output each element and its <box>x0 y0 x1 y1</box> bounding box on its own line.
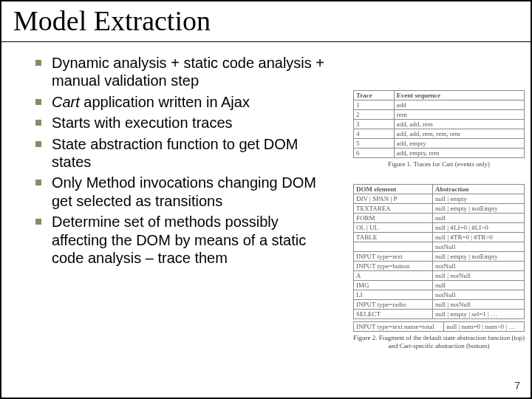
table-row: INPUT type=buttonnotNull <box>354 262 525 271</box>
table-row: Anull | notNull <box>354 271 525 281</box>
body: Dynamic analysis + static code analysis … <box>1 42 335 267</box>
td: null <box>433 281 525 290</box>
table-row: TABLEnull | #TR=0 | #TR>0 <box>354 233 525 242</box>
abstraction-block: DOM element Abstraction DIV | SPAN | Pnu… <box>353 184 525 349</box>
td: notNull <box>433 242 525 252</box>
table-row: 1add <box>354 100 525 110</box>
td: null | empty | sel=1 | … <box>433 310 525 319</box>
list-item: Dynamic analysis + static code analysis … <box>31 54 335 90</box>
td: FORM <box>354 214 433 223</box>
td: 2 <box>354 110 395 120</box>
page-number: 7 <box>514 380 520 392</box>
td: null <box>433 214 525 223</box>
td: TEXTAREA <box>354 204 433 214</box>
list-item: Starts with execution traces <box>31 114 335 132</box>
td: add, add, rem <box>394 120 524 129</box>
td: null | notNull <box>433 300 525 310</box>
th: DOM element <box>354 185 433 194</box>
table-row: Trace Event sequence <box>354 91 525 100</box>
title-wrap: Model Extraction <box>1 1 531 42</box>
td: LI <box>354 290 433 300</box>
figure-caption-1: Figure 1. Traces for Cart (events only) <box>353 160 525 168</box>
bullet-list: Dynamic analysis + static code analysis … <box>31 54 335 267</box>
table-row: DIV | SPAN | Pnull | empty <box>354 194 525 204</box>
td: null | empty <box>433 194 525 204</box>
bullet-text: Dynamic analysis + static code analysis … <box>52 55 324 89</box>
table-row: notNull <box>354 242 525 252</box>
table-row: INPUT type=text name=totalnull | num=0 |… <box>354 322 525 332</box>
td: 3 <box>354 120 395 129</box>
table-row: 5add, empty <box>354 139 525 149</box>
list-item: State abstraction function to get DOM st… <box>31 135 335 171</box>
td: add, empty <box>394 139 524 149</box>
td: null | num=0 | num>0 | … <box>444 322 525 332</box>
bullet-text: Starts with execution traces <box>52 115 233 131</box>
td: SELECT <box>354 310 433 319</box>
bullet-text: Determine set of methods possibly affect… <box>52 214 306 266</box>
td: notNull <box>433 262 525 271</box>
bullet-text: State abstraction function to get DOM st… <box>52 136 299 170</box>
traces-table: Trace Event sequence 1add 2rem 3add, add… <box>353 90 525 158</box>
th: Event sequence <box>394 91 524 100</box>
table-row: FORMnull <box>354 214 525 223</box>
table-row: INPUT type=textnull | empty | notEmpty <box>354 252 525 262</box>
td: notNull <box>433 290 525 300</box>
abstraction-table-bottom: INPUT type=text name=totalnull | num=0 |… <box>353 321 525 332</box>
td: INPUT type=text <box>354 252 433 262</box>
td <box>354 242 433 252</box>
list-item: Cart application written in Ajax <box>31 93 335 111</box>
td: add, empty, rem <box>394 149 524 158</box>
td: 5 <box>354 139 395 149</box>
td: INPUT type=radio <box>354 300 433 310</box>
table-row: 6add, empty, rem <box>354 149 525 158</box>
table-row: LInotNull <box>354 290 525 300</box>
td: add <box>394 100 524 110</box>
slide: Model Extraction Dynamic analysis + stat… <box>0 0 532 399</box>
table-row: 4add, add, rem, rem, rem <box>354 129 525 139</box>
td: add, add, rem, rem, rem <box>394 129 524 139</box>
figure-caption-2: Figure 2. Fragment of the default state … <box>353 334 525 349</box>
td: INPUT type=text name=total <box>354 322 444 332</box>
table-row: SELECTnull | empty | sel=1 | … <box>354 310 525 319</box>
td: null | notNull <box>433 271 525 281</box>
bullet-text: application written in Ajax <box>80 94 250 110</box>
page-title: Model Extraction <box>13 4 519 37</box>
td: 4 <box>354 129 395 139</box>
td: null | #LI=0 | #LI>0 <box>433 223 525 233</box>
table-row: OL | ULnull | #LI=0 | #LI>0 <box>354 223 525 233</box>
td: 6 <box>354 149 395 158</box>
list-item: Determine set of methods possibly affect… <box>31 213 335 267</box>
td: A <box>354 271 433 281</box>
bullet-text: Only Method invocations changing DOM get… <box>52 174 316 208</box>
table-row: INPUT type=radionull | notNull <box>354 300 525 310</box>
td: null | empty | notEmpty <box>433 252 525 262</box>
td: 1 <box>354 100 395 110</box>
td: null | empty | notEmpty <box>433 204 525 214</box>
bullet-emph: Cart <box>52 94 80 110</box>
list-item: Only Method invocations changing DOM get… <box>31 174 335 210</box>
td: OL | UL <box>354 223 433 233</box>
abstraction-table-top: DOM element Abstraction DIV | SPAN | Pnu… <box>353 184 525 319</box>
td: INPUT type=button <box>354 262 433 271</box>
table-row: DOM element Abstraction <box>354 185 525 194</box>
table-row: IMGnull <box>354 281 525 290</box>
table-row: 3add, add, rem <box>354 120 525 129</box>
td: DIV | SPAN | P <box>354 194 433 204</box>
td: null | #TR=0 | #TR>0 <box>433 233 525 242</box>
th: Trace <box>354 91 395 100</box>
td: IMG <box>354 281 433 290</box>
td: TABLE <box>354 233 433 242</box>
th: Abstraction <box>433 185 525 194</box>
table-row: TEXTAREAnull | empty | notEmpty <box>354 204 525 214</box>
right-column: Trace Event sequence 1add 2rem 3add, add… <box>353 90 525 349</box>
td: rem <box>394 110 524 120</box>
table-row: 2rem <box>354 110 525 120</box>
